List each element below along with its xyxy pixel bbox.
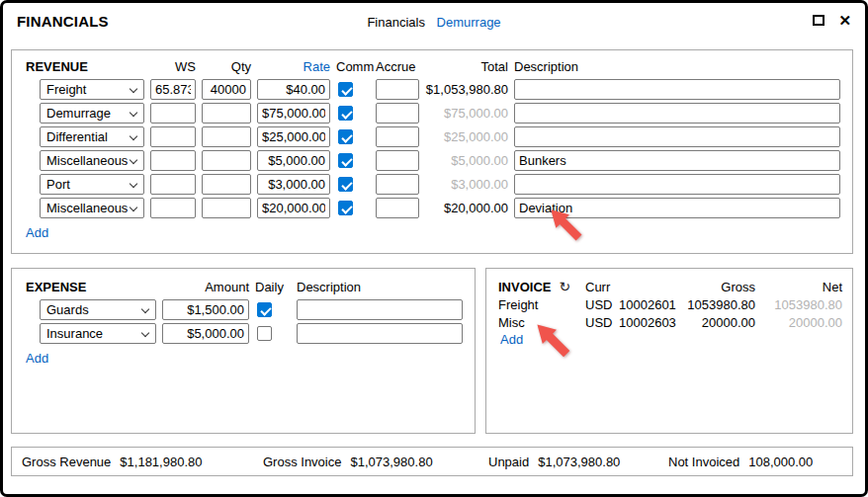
- amount-input[interactable]: [162, 323, 249, 344]
- col-header-ws: WS: [150, 59, 196, 74]
- title-bar: FINANCIALS Financials Demurrage ✕: [3, 3, 865, 42]
- expense-section: EXPENSE Amount Daily Description Guards …: [11, 268, 476, 434]
- rate-input[interactable]: [257, 198, 330, 218]
- refresh-icon[interactable]: ↻: [559, 280, 570, 293]
- not-invoiced-summary: Not Invoiced108,000.00: [668, 455, 813, 469]
- col-header-daily: Daily: [255, 280, 291, 294]
- revenue-type-select[interactable]: Miscellaneous: [40, 150, 144, 171]
- total-value: $5,000.00: [425, 153, 508, 168]
- expense-row: Guards: [40, 299, 463, 320]
- col-header-rate-link[interactable]: Rate: [257, 59, 330, 74]
- rate-input[interactable]: [257, 174, 330, 195]
- comm-checkbox[interactable]: [338, 82, 353, 97]
- invoice-number[interactable]: 10002601: [619, 297, 678, 312]
- description-input[interactable]: [514, 174, 840, 195]
- ws-input[interactable]: [150, 198, 196, 218]
- comm-checkbox[interactable]: [338, 106, 353, 121]
- invoice-number[interactable]: 10002603: [619, 315, 678, 330]
- maximize-icon[interactable]: [813, 15, 825, 26]
- accrue-input[interactable]: [376, 174, 419, 195]
- financials-window: FINANCIALS Financials Demurrage ✕ REVENU…: [0, 0, 868, 497]
- revenue-type-select[interactable]: Port: [40, 174, 144, 195]
- ws-input[interactable]: [150, 103, 196, 124]
- col-header-qty: Qty: [202, 59, 251, 74]
- description-input[interactable]: [514, 103, 840, 124]
- revenue-type-select[interactable]: Differential: [40, 126, 144, 147]
- qty-input[interactable]: [202, 198, 251, 218]
- comm-checkbox[interactable]: [338, 153, 353, 168]
- total-value: $1,053,980.80: [425, 82, 508, 97]
- qty-input[interactable]: [202, 103, 251, 124]
- not-invoiced-value: 108,000.00: [748, 455, 813, 469]
- rate-input[interactable]: [257, 79, 330, 100]
- description-input[interactable]: [297, 299, 463, 320]
- col-header-description: Description: [514, 59, 840, 74]
- qty-input[interactable]: [202, 174, 251, 195]
- close-icon[interactable]: ✕: [838, 13, 851, 28]
- invoice-row: Freight USD 10002601 1053980.80 1053980.…: [498, 296, 840, 312]
- ws-input[interactable]: [150, 150, 196, 171]
- summary-bar: Gross Revenue$1,181,980.80 Gross Invoice…: [11, 447, 853, 476]
- col-header-comm: Comm: [336, 59, 370, 74]
- add-invoice-link[interactable]: Add: [500, 332, 523, 347]
- ws-input[interactable]: [150, 174, 196, 195]
- revenue-row: Miscellaneous $5,000.00: [40, 150, 840, 171]
- expense-type-select[interactable]: Guards: [40, 299, 156, 320]
- revenue-type-value: Differential: [46, 129, 108, 144]
- expense-header-row: EXPENSE Amount Daily Description: [40, 279, 463, 294]
- description-input[interactable]: [297, 323, 463, 344]
- qty-input[interactable]: [202, 150, 251, 171]
- add-expense-link[interactable]: Add: [26, 351, 48, 366]
- accrue-input[interactable]: [376, 126, 419, 147]
- col-header-total: Total: [425, 59, 508, 74]
- description-input[interactable]: [514, 150, 840, 171]
- comm-checkbox[interactable]: [338, 129, 353, 144]
- comm-checkbox[interactable]: [338, 201, 353, 215]
- col-header-description: Description: [297, 280, 463, 294]
- invoice-currency: USD: [585, 297, 615, 312]
- description-input[interactable]: [514, 79, 840, 100]
- revenue-type-select[interactable]: Demurrage: [40, 103, 144, 124]
- revenue-row: Miscellaneous $20,000.00: [40, 198, 840, 218]
- qty-input[interactable]: [202, 79, 251, 100]
- accrue-input[interactable]: [376, 79, 419, 100]
- description-input[interactable]: [514, 126, 840, 147]
- invoice-header-row: INVOICE ↻ Curr Gross Net: [498, 279, 840, 294]
- expense-type-select[interactable]: Insurance: [40, 323, 156, 344]
- revenue-row: Freight $1,053,980.80: [40, 79, 840, 100]
- accrue-input[interactable]: [376, 103, 419, 124]
- gross-invoice-summary: Gross Invoice$1,073,980.80: [263, 455, 433, 469]
- col-header-gross: Gross: [682, 280, 755, 294]
- breadcrumb: Financials Demurrage: [3, 15, 865, 30]
- total-value: $3,000.00: [425, 177, 508, 192]
- comm-checkbox[interactable]: [338, 177, 353, 192]
- col-header-accrue: Accrue: [376, 59, 419, 74]
- daily-checkbox[interactable]: [257, 302, 272, 317]
- ws-input[interactable]: [150, 126, 196, 147]
- chevron-down-icon: [130, 132, 137, 140]
- tab-demurrage[interactable]: Demurrage: [437, 15, 501, 30]
- qty-input[interactable]: [202, 126, 251, 147]
- invoice-net: 20000.00: [759, 315, 842, 330]
- daily-checkbox[interactable]: [257, 326, 272, 341]
- amount-input[interactable]: [162, 299, 249, 320]
- ws-input[interactable]: [150, 79, 196, 100]
- rate-input[interactable]: [257, 150, 330, 171]
- annotation-arrow-deviation: [547, 206, 586, 245]
- revenue-type-value: Freight: [46, 82, 86, 97]
- invoice-net: 1053980.80: [759, 297, 842, 312]
- rate-input[interactable]: [257, 126, 330, 147]
- add-revenue-link[interactable]: Add: [26, 225, 48, 240]
- revenue-type-select[interactable]: Miscellaneous: [40, 198, 144, 218]
- unpaid-value: $1,073,980.80: [538, 455, 620, 469]
- accrue-input[interactable]: [376, 150, 419, 171]
- chevron-down-icon: [130, 156, 137, 164]
- tab-financials[interactable]: Financials: [367, 15, 425, 30]
- accrue-input[interactable]: [376, 198, 419, 218]
- revenue-type-value: Port: [46, 177, 70, 192]
- chevron-down-icon: [130, 180, 137, 188]
- invoice-title: INVOICE: [498, 280, 551, 294]
- rate-input[interactable]: [257, 103, 330, 124]
- revenue-row: Demurrage $75,000.00: [40, 103, 840, 124]
- revenue-type-select[interactable]: Freight: [40, 79, 144, 100]
